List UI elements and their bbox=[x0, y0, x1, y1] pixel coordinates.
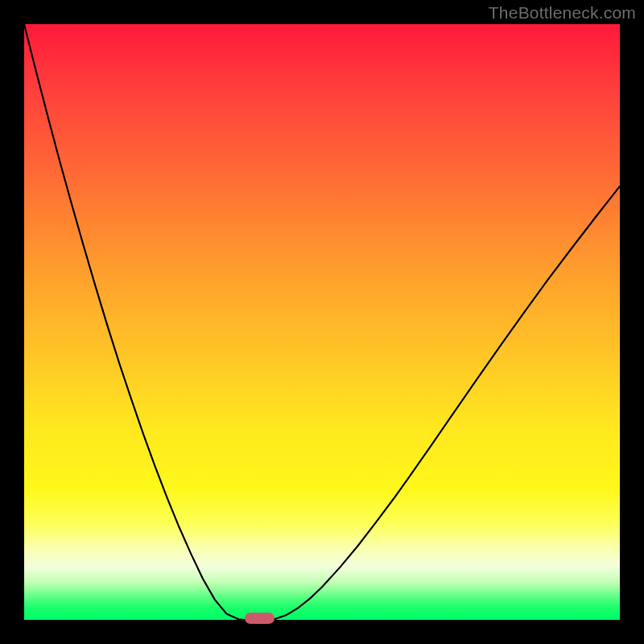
chart-frame: TheBottleneck.com bbox=[0, 0, 644, 644]
optimal-marker bbox=[245, 613, 275, 624]
plot-background-gradient bbox=[24, 24, 620, 620]
watermark-text: TheBottleneck.com bbox=[489, 3, 636, 23]
